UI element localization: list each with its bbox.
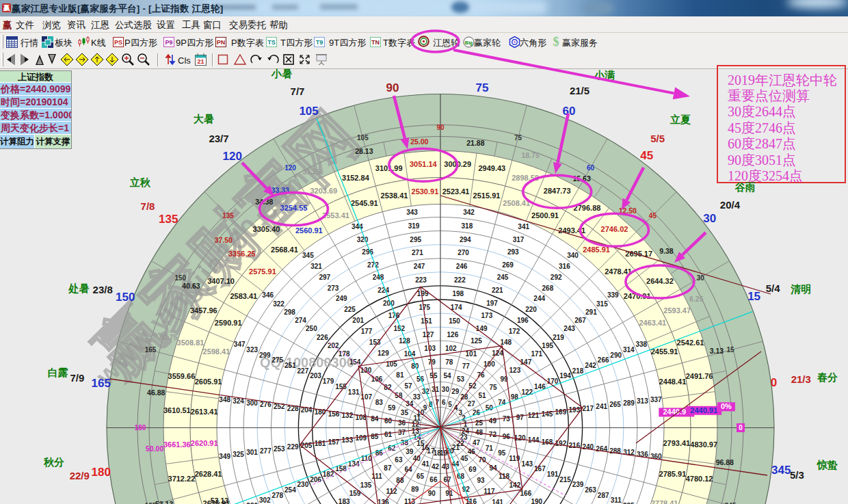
svg-text:TN: TN xyxy=(371,39,380,46)
svg-text:$: $ xyxy=(553,35,559,49)
svg-text:Big: Big xyxy=(465,40,473,46)
svg-text:21: 21 xyxy=(197,58,204,65)
svg-text:PS: PS xyxy=(114,39,122,46)
svg-text:P9: P9 xyxy=(165,39,172,46)
svg-text:TS: TS xyxy=(267,39,276,46)
svg-text:PN: PN xyxy=(217,39,226,46)
svg-text:T9: T9 xyxy=(316,39,323,46)
